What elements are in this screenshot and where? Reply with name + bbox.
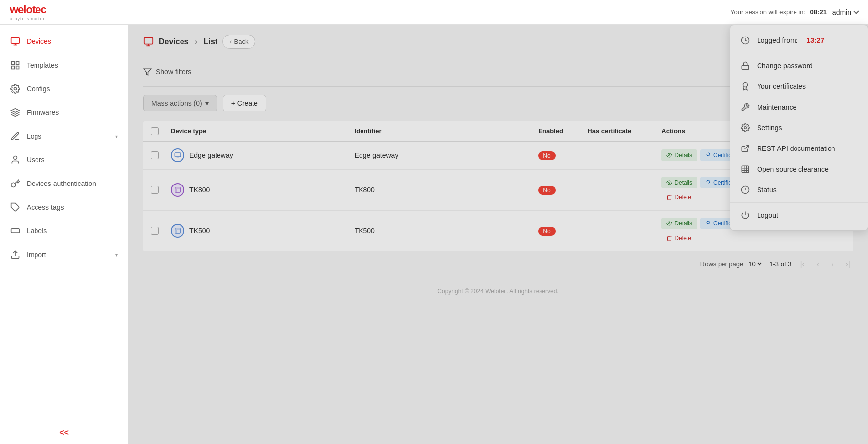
dropdown-item-change-password[interactable]: Change password bbox=[730, 55, 868, 76]
svg-rect-30 bbox=[175, 153, 181, 157]
dropdown-item-maintenance[interactable]: Maintenance bbox=[730, 97, 868, 117]
row1-checkbox[interactable] bbox=[151, 151, 159, 159]
firmwares-icon bbox=[10, 108, 21, 117]
sidebar-item-labels[interactable]: Labels bbox=[0, 219, 128, 243]
row3-checkbox[interactable] bbox=[151, 227, 159, 235]
session-time: 08:21 bbox=[810, 8, 827, 16]
dropdown-item-settings[interactable]: Settings bbox=[730, 117, 868, 138]
prev-page-button[interactable]: ‹ bbox=[814, 259, 822, 270]
row1-identifier: Edge gateway bbox=[355, 151, 539, 159]
row1-device-type: Edge gateway bbox=[189, 151, 233, 159]
svg-point-21 bbox=[14, 88, 17, 90]
logged-time: 13:27 bbox=[807, 37, 825, 44]
configs-label: Configs bbox=[27, 85, 118, 93]
sidebar-nav: Devices Templates bbox=[0, 25, 128, 271]
row1-enabled-cell: No bbox=[538, 151, 587, 159]
sidebar-item-access-tags[interactable]: Access tags bbox=[0, 195, 128, 219]
maintenance-label: Maintenance bbox=[757, 103, 796, 111]
logout-label: Logout bbox=[757, 211, 778, 219]
sidebar-item-users[interactable]: Users bbox=[0, 148, 128, 172]
svg-point-45 bbox=[707, 221, 710, 224]
change-password-label: Change password bbox=[757, 62, 813, 70]
dropdown-item-status[interactable]: Status bbox=[730, 180, 868, 200]
footer: Copyright © 2024 Welotec. All rights res… bbox=[143, 278, 853, 304]
session-label: Your session will expire in: 08:21 bbox=[730, 8, 827, 16]
logs-icon bbox=[10, 131, 21, 141]
svg-point-3 bbox=[744, 127, 747, 129]
svg-point-22 bbox=[14, 156, 17, 160]
back-arrow-icon: ‹ bbox=[230, 38, 232, 45]
dropdown-item-rest-api[interactable]: REST API documentation bbox=[730, 138, 868, 159]
svg-rect-26 bbox=[144, 37, 153, 44]
sidebar-item-configs[interactable]: Configs bbox=[0, 77, 128, 101]
key-icon bbox=[10, 179, 21, 188]
logs-label: Logs bbox=[27, 132, 109, 140]
svg-rect-17 bbox=[12, 62, 15, 65]
sidebar-item-import[interactable]: Import ▾ bbox=[0, 243, 128, 266]
api-icon bbox=[740, 144, 750, 153]
row3-delete-button[interactable]: Delete bbox=[661, 232, 696, 244]
svg-rect-24 bbox=[11, 229, 20, 233]
admin-menu-button[interactable]: admin bbox=[832, 8, 858, 16]
create-button[interactable]: + Create bbox=[223, 95, 266, 111]
row2-checkbox[interactable] bbox=[151, 186, 159, 194]
row2-checkbox-cell bbox=[151, 186, 171, 194]
sidebar-collapse-button[interactable]: << bbox=[0, 421, 128, 444]
labels-label: Labels bbox=[27, 227, 118, 235]
sidebar-item-devices[interactable]: Devices bbox=[0, 30, 128, 53]
breadcrumb-devices: Devices bbox=[159, 37, 189, 46]
dropdown-divider-2 bbox=[730, 202, 868, 203]
row2-delete-button[interactable]: Delete bbox=[661, 191, 696, 203]
svg-point-33 bbox=[707, 153, 710, 156]
sidebar-item-devices-auth[interactable]: Devices authentication bbox=[0, 172, 128, 195]
dropdown-item-certificates[interactable]: Your certificates bbox=[730, 76, 868, 97]
rows-per-page-select[interactable]: 10 25 50 bbox=[746, 260, 763, 268]
templates-icon bbox=[10, 60, 21, 70]
open-source-label: Open source clearance bbox=[757, 165, 829, 173]
dropdown-item-logout[interactable]: Logout bbox=[730, 205, 868, 225]
row1-details-button[interactable]: Details bbox=[661, 149, 697, 161]
mass-actions-button[interactable]: Mass actions (0) ▾ bbox=[143, 95, 217, 111]
back-label: Back bbox=[234, 38, 249, 45]
row2-details-button[interactable]: Details bbox=[661, 177, 697, 188]
page-header-icon bbox=[143, 36, 154, 47]
top-bar: welotec a byte smarter Your session will… bbox=[0, 0, 868, 25]
svg-rect-20 bbox=[16, 66, 19, 69]
sidebar: Devices Templates bbox=[0, 25, 128, 444]
col-has-certificate: Has certificate bbox=[587, 127, 661, 135]
sidebar-item-firmwares[interactable]: Firmwares bbox=[0, 101, 128, 124]
sidebar-item-templates[interactable]: Templates bbox=[0, 53, 128, 77]
svg-point-38 bbox=[669, 182, 670, 183]
last-page-button[interactable]: ›| bbox=[843, 259, 853, 270]
import-chevron-icon: ▾ bbox=[115, 252, 118, 258]
dropdown-item-open-source[interactable]: Open source clearance bbox=[730, 159, 868, 180]
rest-api-label: REST API documentation bbox=[757, 145, 835, 152]
row1-device-icon bbox=[171, 148, 184, 162]
row2-identifier: TK800 bbox=[355, 186, 539, 194]
sidebar-item-logs[interactable]: Logs ▾ bbox=[0, 124, 128, 148]
first-page-button[interactable]: |‹ bbox=[797, 259, 807, 270]
svg-rect-41 bbox=[175, 228, 181, 234]
svg-point-44 bbox=[669, 222, 670, 224]
status-label: Status bbox=[757, 186, 777, 194]
users-label: Users bbox=[27, 156, 118, 164]
configs-icon bbox=[10, 84, 21, 94]
row3-details-button[interactable]: Details bbox=[661, 218, 697, 229]
certificates-label: Your certificates bbox=[757, 82, 806, 90]
create-label: + Create bbox=[231, 99, 258, 107]
row2-device-type-cell: TK800 bbox=[171, 183, 355, 197]
back-button[interactable]: ‹ Back bbox=[222, 35, 255, 49]
row1-checkbox-cell bbox=[151, 151, 171, 159]
row2-enabled-badge: No bbox=[538, 186, 555, 195]
import-label: Import bbox=[27, 251, 109, 259]
select-all-checkbox[interactable] bbox=[151, 127, 159, 135]
svg-rect-1 bbox=[742, 65, 749, 69]
svg-line-4 bbox=[745, 145, 749, 149]
svg-rect-5 bbox=[742, 166, 749, 173]
dropdown-logged-from: Logged from: 13:27 bbox=[730, 30, 868, 51]
row3-device-type: TK500 bbox=[189, 227, 210, 235]
settings-label: Settings bbox=[757, 124, 782, 132]
footer-text: Copyright © 2024 Welotec. All rights res… bbox=[437, 288, 558, 295]
next-page-button[interactable]: › bbox=[828, 259, 836, 270]
lock-icon bbox=[740, 61, 750, 70]
